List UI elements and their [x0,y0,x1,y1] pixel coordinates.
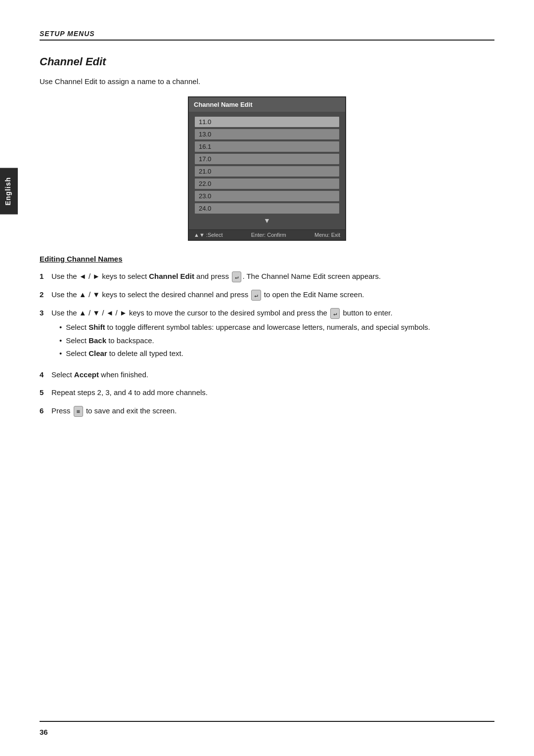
enter-key-3: ↵ [330,308,340,319]
sidebar-label: English [0,168,18,215]
bullet-1: • Select Shift to toggle different symbo… [59,322,494,333]
channel-row-6: 22.0 [195,178,339,189]
step-5-content: Repeat steps 2, 3, and 4 to add more cha… [51,387,494,399]
footer-select: ▲▼ :Select [194,232,222,238]
top-rule [40,40,494,41]
channel-row-4: 17.0 [195,154,339,164]
bullet-3: • Select Clear to delete all typed text. [59,348,494,359]
enter-key-1: ↵ [232,271,241,282]
step-6: 6 Press ≡ to save and exit the screen. [40,405,494,417]
top-rule-area: SETUP MENUS [0,0,534,41]
footer-exit: Menu: Exit [314,232,340,238]
channel-row-5: 21.0 [195,166,339,177]
channel-row-8: 24.0 [195,203,339,214]
screen-footer: ▲▼ :Select Enter: Confirm Menu: Exit [189,229,345,240]
bullet-3-text: Select Clear to delete all typed text. [66,348,183,359]
step-6-content: Press ≡ to save and exit the screen. [51,405,494,417]
channel-row-7: 23.0 [195,191,339,201]
screen-header: Channel Name Edit [189,97,345,112]
step-4-number: 4 [40,369,51,381]
steps-list: 1 Use the ◄ / ► keys to select Channel E… [40,271,494,417]
main-content: Channel Edit Use Channel Edit to assign … [0,55,534,417]
step-5: 5 Repeat steps 2, 3, and 4 to add more c… [40,387,494,399]
step-1-content: Use the ◄ / ► keys to select Channel Edi… [51,271,494,282]
page-number: 36 [40,728,48,736]
bullet-dot-1: • [59,322,62,333]
step-2-number: 2 [40,289,51,301]
channel-row-3: 16.1 [195,141,339,152]
bullet-list: • Select Shift to toggle different symbo… [59,322,494,359]
bottom-area: 36 [0,721,534,736]
step-2: 2 Use the ▲ / ▼ keys to select the desir… [40,289,494,301]
screen-mockup: Channel Name Edit 11.0 13.0 16.1 17.0 21… [188,96,346,241]
channel-row-1: 11.0 [195,117,339,127]
menu-key-icon: ≡ [74,406,83,417]
footer-confirm: Enter: Confirm [251,232,286,238]
bottom-rule [40,721,494,722]
bullet-dot-2: • [59,335,62,347]
section-label: SETUP MENUS [40,30,494,38]
screen-body: 11.0 13.0 16.1 17.0 21.0 22.0 23.0 24.0 … [189,112,345,229]
page-container: English SETUP MENUS Channel Edit Use Cha… [0,0,534,756]
bullet-dot-3: • [59,348,62,359]
step-2-content: Use the ▲ / ▼ keys to select the desired… [51,289,494,301]
step-6-number: 6 [40,405,51,417]
screen-mockup-container: Channel Name Edit 11.0 13.0 16.1 17.0 21… [40,96,494,241]
bullet-2-text: Select Back to backspace. [66,335,154,347]
step-4: 4 Select Accept when finished. [40,369,494,381]
down-arrow: ▼ [195,216,339,227]
step-3: 3 Use the ▲ / ▼ / ◄ / ► keys to move the… [40,308,494,362]
step-1: 1 Use the ◄ / ► keys to select Channel E… [40,271,494,282]
step-4-content: Select Accept when finished. [51,369,494,381]
bullet-2: • Select Back to backspace. [59,335,494,347]
step-3-content: Use the ▲ / ▼ / ◄ / ► keys to move the c… [51,308,494,362]
step-1-number: 1 [40,271,51,282]
channel-row-2: 13.0 [195,129,339,139]
bullet-1-text: Select Shift to toggle different symbol … [66,322,430,333]
step-5-number: 5 [40,387,51,399]
step-3-number: 3 [40,308,51,319]
chapter-title: Channel Edit [40,55,494,68]
subheading: Editing Channel Names [40,255,494,263]
enter-key-2: ↵ [251,290,261,301]
intro-text: Use Channel Edit to assign a name to a c… [40,77,494,86]
